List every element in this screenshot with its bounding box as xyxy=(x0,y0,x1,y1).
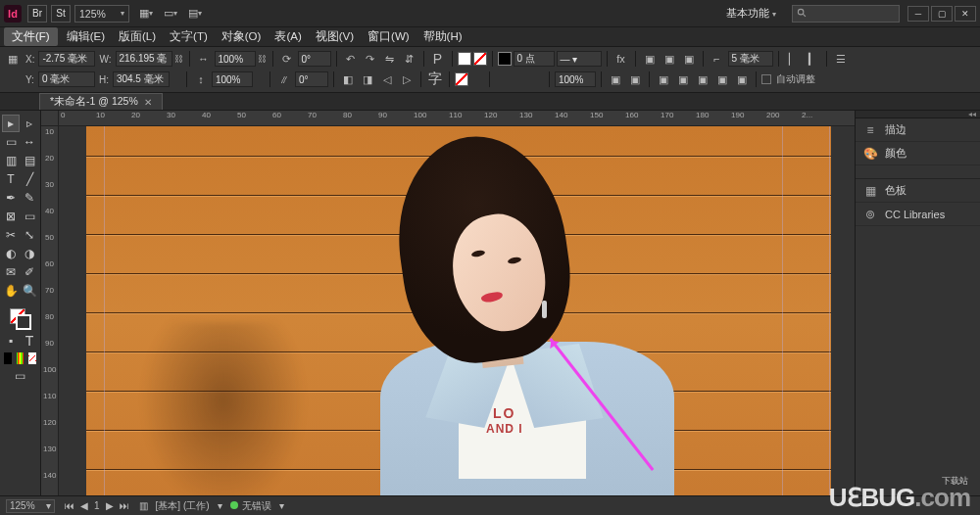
x-input[interactable]: -2.75 毫米 xyxy=(38,51,95,67)
guide-line[interactable] xyxy=(104,126,105,515)
type-tool[interactable]: T xyxy=(2,170,20,188)
apply-container-icon[interactable]: T xyxy=(21,332,38,350)
stroke-swatch[interactable] xyxy=(498,52,512,66)
apply-color-icon[interactable]: ▪ xyxy=(2,332,20,350)
no-fill-swatch[interactable] xyxy=(473,52,487,66)
scale-x-input[interactable]: 100% xyxy=(215,51,256,67)
arrange-docs-icon[interactable]: ▤▾ xyxy=(184,5,206,23)
content-placer-tool[interactable]: ▤ xyxy=(21,152,38,169)
bridge-button[interactable]: Br xyxy=(27,5,47,23)
corner-options-icon[interactable]: ⌐ xyxy=(709,51,726,67)
line-tool[interactable]: ╱ xyxy=(21,170,38,188)
gradient-swatch-tool[interactable]: ◐ xyxy=(2,245,20,262)
stroke-style-select[interactable]: — ▾ xyxy=(557,51,602,67)
rectangle-tool[interactable]: ▭ xyxy=(21,208,38,225)
maximize-button[interactable]: ▢ xyxy=(931,6,953,22)
menu-layout[interactable]: 版面(L) xyxy=(112,27,163,46)
free-transform-tool[interactable]: ⤡ xyxy=(21,226,38,244)
page-indicator[interactable]: 1 xyxy=(92,500,102,511)
view-mode-icon[interactable]: ▭ xyxy=(12,367,29,385)
close-button[interactable]: ✕ xyxy=(955,6,976,22)
panel-stroke[interactable]: ≡ 描边 xyxy=(856,118,980,142)
reference-point-icon[interactable]: ▦ xyxy=(4,51,22,67)
minimize-button[interactable]: ─ xyxy=(907,6,929,22)
char-mode-icon[interactable]: 字 xyxy=(426,70,444,88)
fit-content-icon[interactable]: ▣ xyxy=(655,71,672,87)
open-docs-icon[interactable]: ▥ xyxy=(139,500,148,511)
align-left-icon[interactable]: ▏ xyxy=(784,51,802,67)
ruler-vertical[interactable]: 102030405060708090100110120130140150 xyxy=(41,126,59,515)
first-page-button[interactable]: ⏮ xyxy=(63,500,76,511)
corner-radius-input[interactable]: 5 毫米 xyxy=(728,51,773,67)
hand-tool[interactable]: ✋ xyxy=(2,282,20,300)
apply-none[interactable] xyxy=(28,352,36,364)
page-tool[interactable]: ▭ xyxy=(2,133,20,151)
menu-file[interactable]: 文件(F) xyxy=(4,27,58,46)
rotate-ccw-icon[interactable]: ↶ xyxy=(342,51,360,67)
zoom-level-selector[interactable]: 125% ▾ xyxy=(74,5,129,23)
menu-type[interactable]: 文字(T) xyxy=(163,27,215,46)
panel-swatches[interactable]: ▦ 色板 xyxy=(856,179,980,203)
panel-cc-libraries[interactable]: ⊚ CC Libraries xyxy=(856,203,980,226)
scale-y-input[interactable]: 100% xyxy=(212,71,253,87)
menu-help[interactable]: 帮助(H) xyxy=(416,27,469,46)
stroke-weight-input[interactable]: 0 点 xyxy=(514,51,555,67)
more-options-icon[interactable]: ☰ xyxy=(832,51,850,67)
workspace-switcher[interactable]: 基本功能 ▾ xyxy=(716,4,786,23)
opacity-input[interactable]: 100% xyxy=(555,71,596,87)
fit-frame-icon[interactable]: ▣ xyxy=(674,71,692,87)
ruler-horizontal[interactable]: 0102030405060708090100110120130140150160… xyxy=(59,111,855,126)
effects-icon[interactable]: fx xyxy=(612,51,630,67)
rotate-cw-icon[interactable]: ↷ xyxy=(362,51,379,67)
auto-adjust-checkbox[interactable] xyxy=(761,74,771,84)
apply-black[interactable] xyxy=(4,352,12,364)
status-zoom-input[interactable]: 125%▾ xyxy=(6,499,55,513)
fill-frame-icon[interactable]: ▣ xyxy=(733,71,751,87)
wrap-column-icon[interactable]: ▣ xyxy=(626,71,644,87)
fill-swatch[interactable] xyxy=(458,52,471,66)
selection-tool[interactable]: ▸ xyxy=(2,115,20,132)
panel-collapse[interactable]: ◂◂ xyxy=(856,111,980,118)
flip-v-icon[interactable]: ⇵ xyxy=(401,51,418,67)
select-prev-icon[interactable]: ◁ xyxy=(378,71,396,87)
pencil-tool[interactable]: ✎ xyxy=(21,189,38,207)
guide-line[interactable] xyxy=(782,126,783,515)
no-stroke-swatch[interactable] xyxy=(455,72,468,86)
wrap-jump-icon[interactable]: ▣ xyxy=(607,71,624,87)
w-input[interactable]: 216.195 毫 xyxy=(116,51,172,67)
text-wrap-shape-icon[interactable]: ▣ xyxy=(680,51,698,67)
gradient-feather-tool[interactable]: ◑ xyxy=(21,245,38,262)
preflight-status[interactable]: 无错误 xyxy=(242,500,271,511)
next-page-button[interactable]: ▶ xyxy=(104,500,116,511)
menu-view[interactable]: 视图(V) xyxy=(309,27,361,46)
shear-input[interactable]: 0° xyxy=(295,71,328,87)
zoom-tool[interactable]: 🔍 xyxy=(21,282,38,300)
align-center-icon[interactable]: ▎ xyxy=(804,51,821,67)
note-tool[interactable]: ✉ xyxy=(2,263,20,281)
panel-color[interactable]: 🎨 颜色 xyxy=(856,142,980,165)
select-content-icon[interactable]: ◨ xyxy=(359,71,376,87)
search-input[interactable] xyxy=(792,5,900,23)
prev-page-button[interactable]: ◀ xyxy=(78,500,90,511)
guide-line[interactable] xyxy=(829,126,830,515)
h-input[interactable]: 304.5 毫米 xyxy=(113,71,170,87)
link-scale-icon[interactable]: ⛓ xyxy=(258,51,268,67)
pen-tool[interactable]: ✒ xyxy=(2,189,20,207)
rectangle-frame-tool[interactable]: ⊠ xyxy=(2,208,20,225)
menu-window[interactable]: 窗口(W) xyxy=(361,27,416,46)
eyedropper-tool[interactable]: ✐ xyxy=(21,263,38,281)
select-container-icon[interactable]: ◧ xyxy=(339,71,357,87)
rotate-input[interactable]: 0° xyxy=(298,51,331,67)
select-next-icon[interactable]: ▷ xyxy=(398,71,416,87)
text-wrap-bound-icon[interactable]: ▣ xyxy=(661,51,678,67)
ruler-origin[interactable] xyxy=(41,111,59,126)
screen-mode-icon[interactable]: ▭▾ xyxy=(160,5,181,23)
placed-image[interactable]: LO AND I xyxy=(86,126,831,515)
menu-object[interactable]: 对象(O) xyxy=(215,27,269,46)
scissors-tool[interactable]: ✂ xyxy=(2,226,20,244)
apply-gradient[interactable] xyxy=(17,352,24,364)
menu-table[interactable]: 表(A) xyxy=(268,27,308,46)
link-wh-icon[interactable]: ⛓ xyxy=(174,51,184,67)
fit-prop-icon[interactable]: ▣ xyxy=(694,71,711,87)
view-options-icon[interactable]: ▦▾ xyxy=(135,5,157,23)
